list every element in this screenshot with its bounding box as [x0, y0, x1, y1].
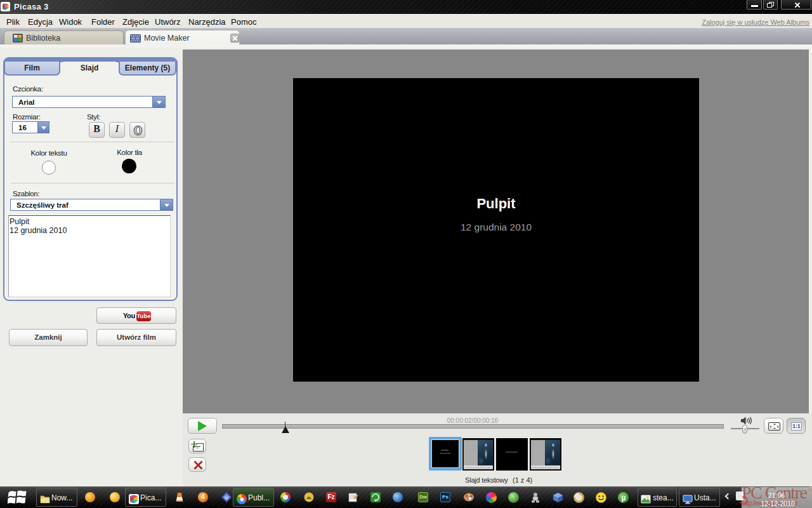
- svg-text:52: 52: [225, 496, 228, 500]
